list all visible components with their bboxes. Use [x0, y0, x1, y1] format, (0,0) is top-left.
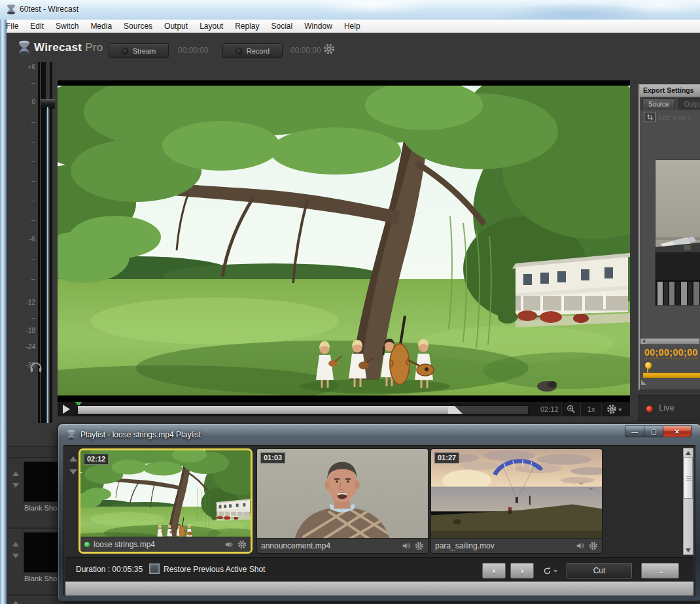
meter-label: +6: [7, 63, 35, 71]
playlist-item-para-sailing[interactable]: 01:27 para_sailing.mov: [430, 448, 603, 554]
headphones-icon[interactable]: [27, 360, 44, 374]
meter-tick: [31, 279, 35, 280]
window-left-border: [0, 20, 7, 604]
move-up-icon[interactable]: [69, 456, 77, 461]
export-horizontal-scrollbar[interactable]: ◄: [640, 338, 700, 344]
playlist-content: 02:12 loose strings.mp4 01:03 announceme…: [63, 445, 695, 596]
tab-source[interactable]: Source: [642, 98, 675, 110]
meter-label: -12: [7, 299, 35, 306]
meter-label: -24: [7, 343, 35, 350]
screen: 60test - Wirecast File Edit Switch Media…: [0, 0, 700, 604]
volume-slider-track[interactable]: [50, 62, 52, 423]
playlist-footer: Duration : 00:05:35 Restore Previous Act…: [65, 557, 693, 582]
blank-shot-thumbnail[interactable]: [24, 532, 58, 573]
speaker-icon[interactable]: [576, 541, 585, 550]
item-gear-icon[interactable]: [415, 541, 424, 550]
blank-shot-thumbnail[interactable]: [24, 461, 58, 502]
restore-previous-checkbox[interactable]: [149, 563, 160, 574]
blank-shot-label: Blank Shot: [24, 575, 58, 582]
menu-media[interactable]: Media: [84, 22, 118, 31]
playlist-item-announcement[interactable]: 01:03 announcement.mp4: [256, 448, 429, 554]
move-up-icon[interactable]: [12, 471, 19, 476]
scrollbar-thumb[interactable]: [684, 457, 693, 499]
previous-shot-button[interactable]: ‹: [482, 563, 506, 579]
divider: [7, 528, 58, 529]
record-button[interactable]: Record: [222, 43, 283, 58]
move-up-icon[interactable]: [12, 542, 19, 546]
cut-button[interactable]: Cut: [567, 563, 632, 579]
meter-tick: [31, 201, 35, 201]
scroll-up-button[interactable]: [684, 448, 693, 457]
playlist-window-icon: [66, 429, 77, 441]
menu-edit[interactable]: Edit: [24, 22, 50, 31]
chevron-right-icon: ›: [521, 566, 524, 575]
menu-layout[interactable]: Layout: [194, 22, 229, 31]
item-gear-icon[interactable]: [589, 541, 598, 550]
playlist-item-loose-strings[interactable]: 02:12 loose strings.mp4: [79, 448, 253, 554]
go-button[interactable]: →: [641, 563, 679, 579]
playlist-window: Playlist - loose strings.mp4 Playlist — …: [58, 424, 700, 601]
restore-previous-label: Restore Previous Active Shot: [164, 565, 265, 574]
item-gear-icon[interactable]: [237, 540, 247, 549]
scrubber-playhead[interactable]: [448, 406, 463, 414]
move-up-icon[interactable]: [12, 601, 19, 604]
record-button-label: Record: [247, 47, 270, 55]
arrow-right-icon: →: [656, 566, 665, 575]
menu-help[interactable]: Help: [338, 22, 366, 31]
stream-led-icon: [122, 48, 128, 54]
live-video-preview[interactable]: [58, 80, 630, 401]
loop-mode-button[interactable]: [539, 563, 560, 579]
next-shot-button[interactable]: ›: [510, 563, 534, 579]
playlist-item-label-bar: announcement.mp4: [257, 538, 428, 553]
menu-output[interactable]: Output: [158, 22, 194, 31]
play-button[interactable]: [63, 405, 70, 414]
menu-sources[interactable]: Sources: [118, 22, 158, 31]
playlist-scrollbar[interactable]: [683, 448, 693, 555]
scrubber-track[interactable]: [77, 405, 529, 414]
close-button[interactable]: ✕: [663, 426, 691, 437]
stream-button[interactable]: Stream: [109, 43, 169, 58]
resize-grip-icon[interactable]: [641, 380, 646, 385]
move-down-icon[interactable]: [12, 483, 19, 488]
scroll-left-icon[interactable]: ◄: [640, 339, 647, 344]
meter-label: 0: [7, 98, 35, 105]
gear-dropdown-caret-icon[interactable]: [618, 409, 622, 411]
menu-window[interactable]: Window: [298, 22, 338, 31]
zoom-in-icon[interactable]: [566, 404, 576, 414]
tab-output[interactable]: Output: [678, 98, 700, 110]
duration-badge: 02:12: [84, 454, 109, 465]
scroll-down-button[interactable]: [684, 546, 693, 554]
export-timeline-playhead[interactable]: [644, 361, 652, 369]
move-down-icon[interactable]: [12, 554, 19, 558]
scroll-down-icon: [686, 548, 691, 552]
move-down-icon[interactable]: [69, 469, 77, 475]
header-gear-icon[interactable]: [323, 43, 335, 55]
clip-time: 02:12: [540, 405, 559, 413]
menu-replay[interactable]: Replay: [229, 22, 265, 31]
speaker-icon[interactable]: [224, 540, 234, 549]
close-icon: ✕: [674, 428, 680, 435]
maximize-button[interactable]: ▢: [644, 426, 663, 437]
app-name: Wirecast: [34, 41, 82, 54]
export-preview-image: [655, 159, 700, 306]
crop-button[interactable]: [644, 112, 656, 122]
blank-shot-label: Blank Shot: [24, 504, 58, 512]
crop-info-text: Left: 0 pix T: [659, 114, 691, 121]
menu-switch[interactable]: Switch: [50, 22, 84, 31]
crop-icon: [646, 114, 654, 121]
meter-tick: [31, 161, 35, 162]
wirecast-logo-icon: [17, 40, 31, 56]
speaker-icon[interactable]: [402, 541, 411, 550]
playing-indicator-icon: [84, 542, 90, 547]
export-timecode: 00;00;00;00: [644, 347, 698, 359]
export-timeline-bar[interactable]: [643, 373, 700, 378]
minimize-button[interactable]: —: [625, 426, 644, 437]
playback-speed[interactable]: 1x: [587, 405, 595, 413]
meter-label: -18: [7, 327, 35, 334]
menu-social[interactable]: Social: [266, 22, 299, 31]
transport-gear-icon[interactable]: [606, 404, 617, 414]
loop-icon: [542, 566, 552, 576]
scroll-up-icon: [686, 451, 691, 455]
export-settings-title: Export Settings: [640, 84, 700, 97]
playlist-duration: Duration : 00:05:35: [76, 565, 143, 574]
